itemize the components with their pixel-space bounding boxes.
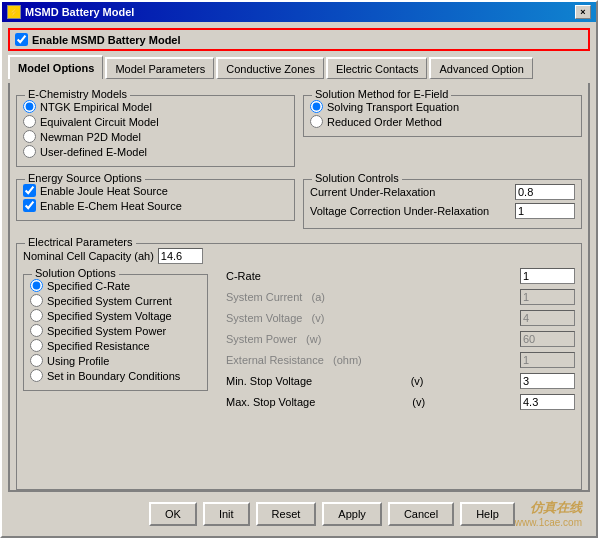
rp-row-6: Max. Stop Voltage (v)	[226, 394, 575, 410]
rp-input-0[interactable]	[520, 268, 575, 284]
reset-button[interactable]: Reset	[256, 502, 317, 526]
nominal-input[interactable]	[158, 248, 203, 264]
soloption-radio-2[interactable]	[30, 309, 43, 322]
echemistry-title: E-Chemistry Models	[25, 88, 130, 100]
ok-button[interactable]: OK	[149, 502, 197, 526]
top-row: E-Chemistry Models NTGK Empirical Model …	[16, 89, 582, 167]
rp-input-4[interactable]	[520, 352, 575, 368]
rp-row-4: External Resistance (ohm)	[226, 352, 575, 368]
energy-source-box: Energy Source Options Enable Joule Heat …	[16, 179, 295, 221]
soloption-5: Using Profile	[30, 354, 201, 367]
rp-input-2[interactable]	[520, 310, 575, 326]
rp-input-5[interactable]	[520, 373, 575, 389]
soloption-3: Specified System Power	[30, 324, 201, 337]
echem-radio-3[interactable]	[23, 145, 36, 158]
init-button[interactable]: Init	[203, 502, 250, 526]
watermark-text1: 仿真在线	[530, 499, 582, 517]
energy-check-0[interactable]	[23, 184, 36, 197]
title-bar-left: ⚡ MSMD Battery Model	[7, 5, 134, 19]
tab-model-parameters[interactable]: Model Parameters	[105, 57, 214, 79]
soloption-1: Specified System Current	[30, 294, 201, 307]
soloption-radio-1[interactable]	[30, 294, 43, 307]
solmethod-radio-0[interactable]	[310, 100, 323, 113]
apply-button[interactable]: Apply	[322, 502, 382, 526]
soloption-4: Specified Resistance	[30, 339, 201, 352]
echem-option-2: Newman P2D Model	[23, 130, 288, 143]
energy-item-1: Enable E-Chem Heat Source	[23, 199, 288, 212]
close-button[interactable]: ×	[575, 5, 591, 19]
main-window: ⚡ MSMD Battery Model × Enable MSMD Batte…	[0, 0, 598, 538]
solution-method-title: Solution Method for E-Field	[312, 88, 451, 100]
enable-checkbox-row: Enable MSMD Battery Model	[8, 28, 590, 51]
solution-method-box: Solution Method for E-Field Solving Tran…	[303, 95, 582, 137]
rp-row-0: C-Rate	[226, 268, 575, 284]
rp-row-1: System Current (a)	[226, 289, 575, 305]
ctrl-row-0: Current Under-Relaxation	[310, 184, 575, 200]
tab-electric-contacts[interactable]: Electric Contacts	[326, 57, 428, 79]
electrical-title: Electrical Parameters	[25, 236, 136, 248]
echemistry-group: E-Chemistry Models NTGK Empirical Model …	[16, 89, 295, 167]
solution-method-group: Solution Method for E-Field Solving Tran…	[303, 89, 582, 167]
energy-source-title: Energy Source Options	[25, 172, 145, 184]
solution-controls-group: Solution Controls Current Under-Relaxati…	[303, 173, 582, 229]
help-button[interactable]: Help	[460, 502, 515, 526]
echem-radio-1[interactable]	[23, 115, 36, 128]
window-body: Enable MSMD Battery Model Model Options …	[2, 22, 596, 536]
solmethod-radio-1[interactable]	[310, 115, 323, 128]
nominal-row: Nominal Cell Capacity (ah)	[23, 248, 575, 264]
ctrl-input-1[interactable]	[515, 203, 575, 219]
solution-options-box: Solution Options Specified C-Rate Specif…	[23, 274, 208, 391]
electrical-group: Electrical Parameters Nominal Cell Capac…	[16, 237, 582, 484]
soloption-0: Specified C-Rate	[30, 279, 201, 292]
tab-conductive-zones[interactable]: Conductive Zones	[216, 57, 324, 79]
echem-option-3: User-defined E-Model	[23, 145, 288, 158]
rp-row-2: System Voltage (v)	[226, 310, 575, 326]
soloption-radio-0[interactable]	[30, 279, 43, 292]
echem-option-1: Equivalent Circuit Model	[23, 115, 288, 128]
tab-advanced-option[interactable]: Advanced Option	[429, 57, 532, 79]
echem-option-0: NTGK Empirical Model	[23, 100, 288, 113]
rp-input-6[interactable]	[520, 394, 575, 410]
electrical-inner: Solution Options Specified C-Rate Specif…	[23, 268, 575, 412]
sol-method-0: Solving Transport Equation	[310, 100, 575, 113]
ctrl-input-0[interactable]	[515, 184, 575, 200]
sol-method-1: Reduced Order Method	[310, 115, 575, 128]
cancel-button[interactable]: Cancel	[388, 502, 454, 526]
soloption-2: Specified System Voltage	[30, 309, 201, 322]
tabs-bar: Model Options Model Parameters Conductiv…	[8, 55, 590, 79]
button-bar: OK Init Reset Apply Cancel Help	[149, 496, 515, 530]
rp-row-5: Min. Stop Voltage (v)	[226, 373, 575, 389]
energy-item-0: Enable Joule Heat Source	[23, 184, 288, 197]
watermark-text2: www.1cae.com	[515, 517, 582, 528]
rp-input-3[interactable]	[520, 331, 575, 347]
echem-radio-0[interactable]	[23, 100, 36, 113]
soloption-radio-4[interactable]	[30, 339, 43, 352]
enable-label: Enable MSMD Battery Model	[32, 34, 181, 46]
echem-radio-2[interactable]	[23, 130, 36, 143]
ctrl-row-1: Voltage Correction Under-Relaxation	[310, 203, 575, 219]
app-icon: ⚡	[7, 5, 21, 19]
middle-row: Energy Source Options Enable Joule Heat …	[16, 173, 582, 229]
soloption-6: Set in Boundary Conditions	[30, 369, 201, 382]
soloption-radio-6[interactable]	[30, 369, 43, 382]
enable-checkbox[interactable]	[15, 33, 28, 46]
echemistry-box: E-Chemistry Models NTGK Empirical Model …	[16, 95, 295, 167]
electrical-box: Electrical Parameters Nominal Cell Capac…	[16, 243, 582, 490]
solution-controls-box: Solution Controls Current Under-Relaxati…	[303, 179, 582, 229]
energy-source-group: Energy Source Options Enable Joule Heat …	[16, 173, 295, 229]
solution-options-title: Solution Options	[32, 267, 119, 279]
tab-content: E-Chemistry Models NTGK Empirical Model …	[8, 83, 590, 492]
nominal-label: Nominal Cell Capacity (ah)	[23, 250, 154, 262]
right-params-panel: C-Rate System Current (a) System Voltage	[216, 268, 575, 412]
solution-options-group: Solution Options Specified C-Rate Specif…	[23, 268, 208, 391]
tab-model-options[interactable]: Model Options	[8, 55, 103, 79]
window-title: MSMD Battery Model	[25, 6, 134, 18]
energy-check-1[interactable]	[23, 199, 36, 212]
title-bar: ⚡ MSMD Battery Model ×	[2, 2, 596, 22]
rp-input-1[interactable]	[520, 289, 575, 305]
soloption-radio-3[interactable]	[30, 324, 43, 337]
solution-controls-title: Solution Controls	[312, 172, 402, 184]
soloption-radio-5[interactable]	[30, 354, 43, 367]
rp-row-3: System Power (w)	[226, 331, 575, 347]
